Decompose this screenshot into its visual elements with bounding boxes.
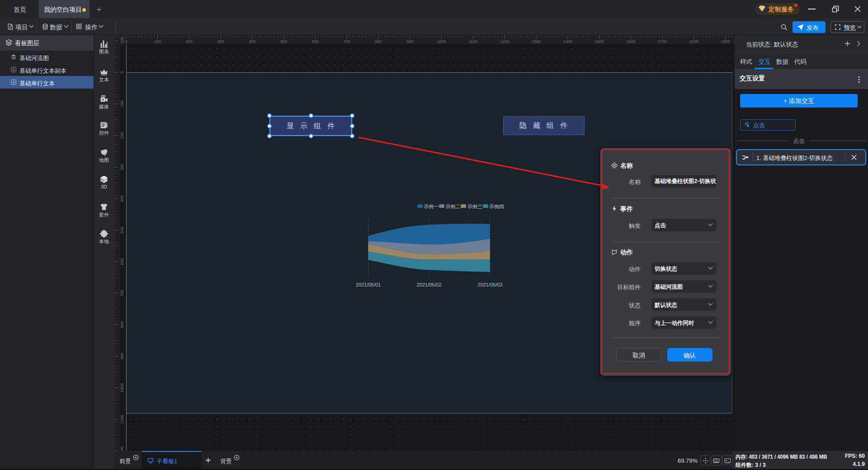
svg-text:800: 800 xyxy=(120,321,124,328)
svg-text:300: 300 xyxy=(217,39,224,44)
svg-text:1000: 1000 xyxy=(120,383,124,392)
svg-text:0: 0 xyxy=(120,71,124,74)
svg-text:1100: 1100 xyxy=(120,415,124,423)
svg-text:1600: 1600 xyxy=(626,39,635,44)
svg-text:-100: -100 xyxy=(120,37,124,45)
svg-text:1100: 1100 xyxy=(469,39,477,44)
svg-text:1500: 1500 xyxy=(595,39,604,44)
svg-text:500: 500 xyxy=(120,227,124,234)
svg-text:500: 500 xyxy=(280,39,287,44)
svg-text:100: 100 xyxy=(120,100,124,107)
svg-text:1000: 1000 xyxy=(437,39,446,44)
svg-text:100: 100 xyxy=(154,39,161,44)
svg-text:700: 700 xyxy=(344,39,350,44)
svg-text:200: 200 xyxy=(186,39,193,44)
svg-text:900: 900 xyxy=(120,353,124,360)
svg-text:300: 300 xyxy=(120,164,124,170)
svg-text:400: 400 xyxy=(249,39,255,44)
svg-text:400: 400 xyxy=(120,195,124,202)
svg-text:900: 900 xyxy=(406,39,413,44)
svg-text:1200: 1200 xyxy=(120,446,124,451)
svg-text:800: 800 xyxy=(375,39,382,44)
svg-text:1400: 1400 xyxy=(563,39,572,44)
svg-text:1800: 1800 xyxy=(689,39,698,44)
svg-text:1700: 1700 xyxy=(658,39,667,44)
svg-text:1300: 1300 xyxy=(532,39,541,44)
svg-text:200: 200 xyxy=(120,132,124,139)
svg-text:1900: 1900 xyxy=(721,39,730,44)
svg-text:600: 600 xyxy=(312,39,319,44)
svg-text:700: 700 xyxy=(120,290,124,296)
svg-text:1200: 1200 xyxy=(500,39,509,44)
svg-text:600: 600 xyxy=(120,258,124,265)
